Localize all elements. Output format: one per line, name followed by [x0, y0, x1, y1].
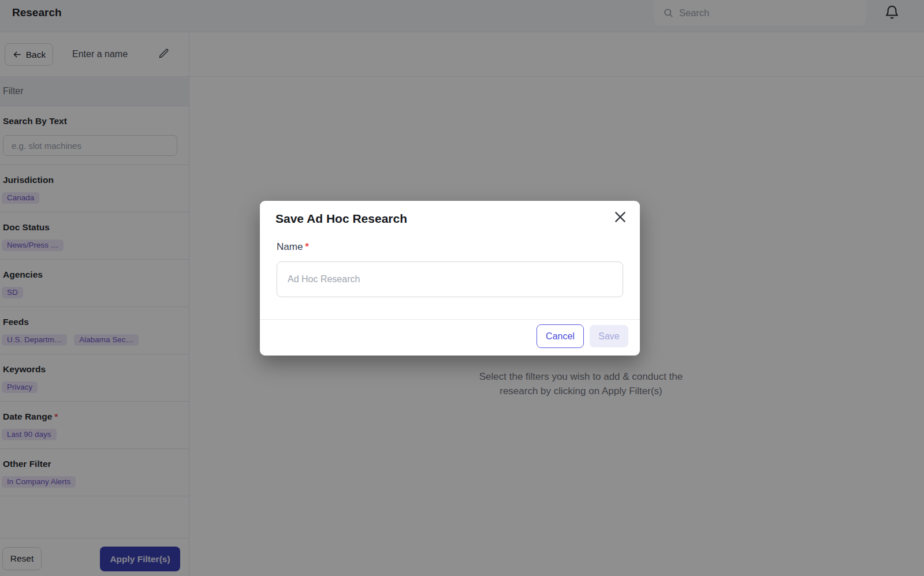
save-button[interactable]: Save: [590, 325, 628, 347]
required-asterisk: *: [305, 241, 309, 252]
research-name-input[interactable]: [277, 261, 623, 297]
research-screen: Research Back Enter a name: [0, 0, 924, 576]
close-icon: [613, 210, 628, 225]
cancel-button[interactable]: Cancel: [536, 324, 584, 348]
dialog-footer-divider: [260, 319, 640, 320]
name-field-label: Name*: [277, 241, 309, 253]
save-ad-hoc-research-dialog: Save Ad Hoc Research Name* Cancel Save: [260, 201, 640, 356]
dialog-title: Save Ad Hoc Research: [275, 212, 407, 226]
close-dialog-button[interactable]: [613, 210, 629, 226]
